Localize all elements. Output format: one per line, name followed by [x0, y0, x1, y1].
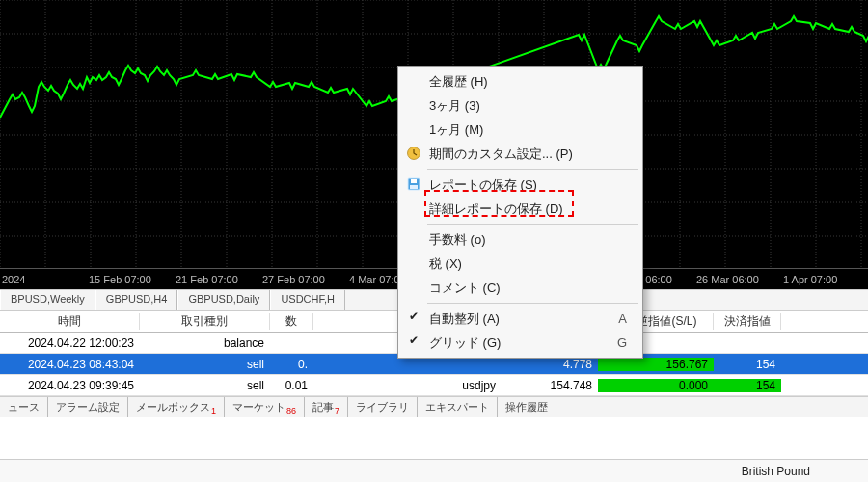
ctx-separator: [427, 224, 638, 225]
ctx-save-detail-report[interactable]: 詳細レポートの保存 (D): [400, 197, 640, 221]
ctx-all-history[interactable]: 全履歴 (H): [400, 69, 640, 94]
terminal-tab[interactable]: アラーム設定: [48, 397, 128, 417]
ctx-grid[interactable]: グリッド (G)G: [400, 331, 640, 355]
ctx-commission[interactable]: 手数料 (o): [400, 228, 640, 252]
svg-rect-31: [410, 185, 418, 189]
chart-tab[interactable]: USDCHF,H: [270, 290, 345, 310]
col-tp: 決済指値: [714, 313, 781, 330]
ctx-custom-period[interactable]: 期間のカスタム設定... (P): [400, 142, 640, 166]
table-row[interactable]: 2024.04.23 09:39:45 sell 0.01 usdjpy 154…: [0, 375, 868, 396]
terminal-tab[interactable]: 記事7: [305, 397, 348, 417]
ctx-separator: [427, 303, 638, 304]
ctx-separator: [427, 169, 638, 170]
context-menu: 全履歴 (H) 3ヶ月 (3) 1ヶ月 (M) 期間のカスタム設定... (P)…: [397, 66, 643, 359]
chart-tab[interactable]: BPUSD,Weekly: [0, 290, 95, 310]
ctx-save-report[interactable]: レポートの保存 (S): [400, 173, 640, 197]
chart-tab[interactable]: GBPUSD,Daily: [177, 290, 270, 310]
terminal-tabbar: ュース アラーム設定 メールボックス1 マーケット86 記事7 ライブラリ エキ…: [0, 396, 868, 417]
clock-icon: [406, 146, 421, 161]
ctx-one-month[interactable]: 1ヶ月 (M): [400, 118, 640, 142]
ctx-auto-arrange[interactable]: 自動整列 (A)A: [400, 307, 640, 331]
col-qty: 数: [270, 313, 313, 330]
svg-rect-30: [411, 179, 417, 183]
terminal-tab[interactable]: ュース: [0, 397, 48, 417]
ctx-three-months[interactable]: 3ヶ月 (3): [400, 94, 640, 118]
status-text: British Pound: [742, 465, 810, 478]
col-time: 時間: [0, 313, 140, 330]
status-bar: British Pound: [0, 459, 868, 482]
terminal-tab[interactable]: エキスパート: [418, 397, 498, 417]
save-icon: [406, 176, 421, 192]
col-type: 取引種別: [140, 313, 270, 330]
chart-tab[interactable]: GBPUSD,H4: [95, 290, 178, 310]
terminal-tab[interactable]: メールボックス1: [128, 397, 225, 417]
terminal-tab[interactable]: マーケット86: [225, 397, 305, 417]
ctx-tax[interactable]: 税 (X): [400, 252, 640, 276]
terminal-tab[interactable]: ライブラリ: [348, 397, 418, 417]
terminal-tab[interactable]: 操作履歴: [498, 397, 556, 417]
ctx-comment[interactable]: コメント (C): [400, 276, 640, 300]
